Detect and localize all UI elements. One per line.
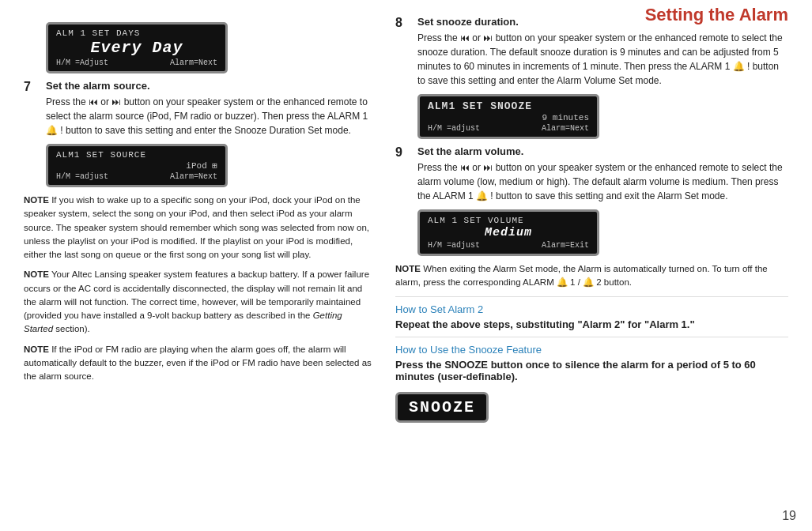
note-2: NOTE Your Altec Lansing speaker system f…	[24, 268, 372, 336]
step-7: 7 Set the alarm source. Press the ⏮ or ⏭…	[24, 80, 372, 137]
step-9-content: Set the alarm volume. Press the ⏮ or ⏭ b…	[417, 145, 788, 203]
snooze-btn-label: SNOOZE	[395, 392, 489, 423]
alm-source-top: ALM1 SET SOURCE	[56, 150, 217, 160]
step-9: 9 Set the alarm volume. Press the ⏮ or ⏭…	[395, 145, 788, 203]
step-8-number: 8	[395, 16, 417, 30]
note-3-label: NOTE	[24, 345, 49, 354]
alm-days-bottom: H/M =Adjust Alarm=Next	[56, 58, 217, 67]
section-snooze-feature-bold: Press the SNOOZE button once to silence …	[395, 359, 788, 382]
page-number: 19	[782, 509, 796, 523]
alm-snooze-bottom-left: H/M =adjust	[428, 124, 480, 133]
step-8: 8 Set snooze duration. Press the ⏮ or ⏭ …	[395, 16, 788, 88]
snooze-button-image: SNOOZE	[395, 386, 788, 429]
alm-days-main: Every Day	[56, 39, 217, 57]
page-title: Setting the Alarm	[645, 5, 788, 25]
note-3-text: If the iPod or FM radio are playing when…	[24, 345, 372, 382]
step-8-content: Set snooze duration. Press the ⏮ or ⏭ bu…	[417, 16, 788, 88]
page: Setting the Alarm ALM 1 SET DAYS Every D…	[0, 0, 812, 531]
step-9-body: Press the ⏮ or ⏭ button on your speaker …	[417, 160, 788, 203]
note-4-text: When exiting the Alarm Set mode, the Ala…	[395, 264, 768, 287]
alm-snooze-sub: 9 minutes	[428, 113, 589, 122]
alm-source-sub: iPod ⊞	[56, 160, 217, 171]
alm-volume-bottom: H/M =adjust Alarm=Exit	[428, 241, 589, 250]
note-4: NOTE When exiting the Alarm Set mode, th…	[395, 262, 788, 290]
step-7-content: Set the alarm source. Press the ⏮ or ⏭ b…	[46, 80, 372, 137]
note-2-label: NOTE	[24, 269, 49, 279]
section-set-alarm-2-bold: Repeat the above steps, substituting "Al…	[395, 318, 788, 330]
step-8-body: Press the ⏮ or ⏭ button on your speaker …	[417, 31, 788, 88]
step-7-body: Press the ⏮ or ⏭ button on your speaker …	[46, 95, 372, 137]
note-1-text: If you wish to wake up to a specific son…	[24, 195, 369, 259]
alm-days-bottom-left: H/M =Adjust	[56, 58, 108, 67]
alm-snooze-screen: ALM1 SET SNOOZE 9 minutes H/M =adjust Al…	[417, 94, 599, 139]
alm-snooze-bottom: H/M =adjust Alarm=Next	[428, 124, 589, 133]
note-2-text2: section).	[53, 324, 90, 333]
note-1-label: NOTE	[24, 195, 49, 205]
alm-volume-screen: ALM 1 SET VOLUME Medium H/M =adjust Alar…	[417, 209, 599, 256]
alm-snooze-top: ALM1 SET SNOOZE	[428, 100, 589, 112]
note-1: NOTE If you wish to wake up to a specifi…	[24, 194, 372, 262]
note-4-label: NOTE	[395, 264, 421, 273]
step-9-title: Set the alarm volume.	[417, 145, 788, 157]
section-set-alarm-2-link: How to Set Alarm 2	[395, 303, 788, 315]
alm-source-bottom-right: Alarm=Next	[170, 172, 217, 181]
alm-volume-bottom-right: Alarm=Exit	[542, 241, 589, 250]
divider-1	[395, 296, 788, 297]
left-column: ALM 1 SET DAYS Every Day H/M =Adjust Ala…	[0, 8, 387, 531]
divider-2	[395, 337, 788, 337]
alm-source-bottom: H/M =adjust Alarm=Next	[56, 172, 217, 181]
note-3: NOTE If the iPod or FM radio are playing…	[24, 343, 372, 384]
step-9-number: 9	[395, 145, 417, 160]
section-snooze-feature-link: How to Use the Snooze Feature	[395, 344, 788, 356]
step-7-title: Set the alarm source.	[46, 80, 372, 92]
alm-snooze-bottom-right: Alarm=Next	[542, 124, 589, 133]
alm-volume-main: Medium	[428, 226, 589, 239]
alm-days-screen: ALM 1 SET DAYS Every Day H/M =Adjust Ala…	[46, 22, 228, 73]
alm-source-screen: ALM1 SET SOURCE iPod ⊞ H/M =adjust Alarm…	[46, 144, 228, 187]
alm-days-top: ALM 1 SET DAYS	[56, 28, 217, 38]
alm-source-bottom-left: H/M =adjust	[56, 172, 108, 181]
alm-volume-bottom-left: H/M =adjust	[428, 241, 480, 250]
right-column: 8 Set snooze duration. Press the ⏮ or ⏭ …	[387, 8, 812, 531]
alm-days-bottom-right: Alarm=Next	[170, 58, 217, 67]
alm-volume-top: ALM 1 SET VOLUME	[428, 216, 589, 225]
step-7-number: 7	[24, 80, 46, 94]
